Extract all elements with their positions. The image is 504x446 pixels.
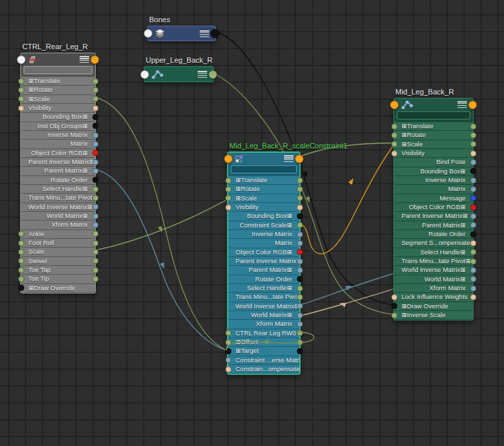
port-in-rotate[interactable] — [225, 186, 231, 192]
node-header-bones[interactable] — [148, 26, 215, 40]
port-out-foot-roll[interactable] — [92, 240, 99, 246]
port-out-toe-tap[interactable] — [92, 267, 99, 273]
port-out-swivel[interactable] — [92, 258, 99, 264]
port-out-world-inverse-matrix[interactable] — [297, 303, 303, 309]
port-out-scale[interactable] — [92, 249, 99, 255]
port-out-inst-obj-groups[interactable] — [92, 123, 99, 129]
attr-row-rotate-order[interactable]: Rotate Order — [228, 275, 300, 283]
node-filter-field[interactable] — [397, 111, 470, 119]
node-header-ctrl[interactable] — [21, 53, 95, 65]
attr-row-inverse-scale[interactable]: ⊞Inverse Scale — [394, 311, 473, 319]
attr-row-world-inverse-matrix[interactable]: World Inverse Matrix⊞ — [394, 266, 473, 274]
port-out-translate[interactable] — [297, 177, 303, 184]
port-in-translate[interactable] — [391, 123, 397, 130]
attr-row-foot-roll[interactable]: Foot Roll — [21, 239, 95, 247]
attr-row-bounding-box[interactable]: Bounding Box⊞ — [394, 167, 473, 175]
port-out-bind-pose[interactable] — [470, 159, 476, 165]
port-in-foot-roll[interactable] — [18, 240, 24, 246]
port-out-rotate-order[interactable] — [297, 276, 303, 282]
attr-row-toe-tap[interactable]: Toe Tap — [21, 266, 95, 274]
port-in-inverse-scale[interactable] — [391, 312, 397, 318]
node-ctrl[interactable]: ⊞Translate⊞Rotate⊞ScaleVisibilityBoundin… — [20, 53, 96, 294]
header-port-right-bones[interactable] — [211, 29, 219, 38]
node-mid_leg[interactable]: ⊞Translate⊞Rotate⊞ScaleVisibilityBind Po… — [393, 98, 474, 320]
port-out-bounding-box[interactable] — [297, 213, 303, 219]
port-out-segment-s-ompensate[interactable] — [470, 240, 476, 246]
port-out-inverse-matrix[interactable] — [470, 177, 476, 184]
attr-row-bind-pose[interactable]: Bind Pose — [394, 158, 473, 166]
port-in-draw-override[interactable] — [18, 285, 24, 291]
port-in-offset[interactable] — [225, 339, 231, 345]
attr-row-constraint-erse-matrix[interactable]: Constraint ...erse Matrix — [228, 356, 300, 364]
port-out-parent-matrix[interactable] — [470, 222, 476, 228]
attr-row-rotate[interactable]: ⊞Rotate — [394, 131, 473, 139]
header-port-right-mid_leg[interactable] — [468, 101, 477, 109]
attr-row-target[interactable]: ⊞Target — [228, 347, 300, 355]
node-header-constraint[interactable] — [228, 152, 300, 165]
port-out-inverse-matrix[interactable] — [92, 132, 99, 138]
port-in-scale[interactable] — [225, 195, 231, 201]
node-menu-icon[interactable] — [200, 30, 209, 37]
attr-row-inverse-matrix[interactable]: Inverse Matrix — [228, 230, 300, 238]
attr-row-inverse-matrix[interactable]: Inverse Matrix — [21, 131, 95, 139]
attr-row-translate[interactable]: ⊞Translate — [228, 176, 300, 184]
node-constraint[interactable]: ⊞Translate⊞Rotate⊞ScaleVisibilityBoundin… — [227, 152, 300, 374]
port-out-parent-inverse-matrix[interactable] — [470, 213, 476, 219]
attr-row-rotate-order[interactable]: Rotate Order — [394, 230, 473, 238]
attr-row-visibility[interactable]: Visibility — [21, 104, 95, 112]
attr-row-visibility[interactable]: Visibility — [228, 203, 300, 211]
port-out-xform-matrix[interactable] — [92, 222, 99, 228]
attr-row-message[interactable]: Message — [394, 194, 473, 202]
port-out-inverse-matrix[interactable] — [297, 231, 303, 238]
header-port-left-constraint[interactable] — [224, 155, 233, 163]
attr-row-visibility[interactable]: Visibility — [394, 149, 473, 157]
port-out-select-handle[interactable] — [470, 249, 476, 255]
port-in-visibility[interactable] — [391, 150, 397, 157]
port-in-swivel[interactable] — [18, 258, 24, 264]
node-menu-icon[interactable] — [198, 71, 207, 78]
attr-row-rotate[interactable]: ⊞Rotate — [228, 185, 300, 193]
attr-row-scale[interactable]: ⊞Scale — [228, 194, 300, 202]
port-in-ankle[interactable] — [18, 231, 24, 237]
port-out-visibility[interactable] — [92, 105, 99, 111]
attr-row-trans-minu-tate-pivot[interactable]: Trans Minu...tate Pivot⊞ — [228, 293, 300, 301]
port-out-parent-matrix[interactable] — [92, 168, 99, 174]
header-port-left-upper_leg[interactable] — [140, 70, 149, 79]
port-out-matrix[interactable] — [470, 186, 476, 192]
attr-row-swivel[interactable]: Swivel — [21, 257, 95, 265]
port-in-lock-influence-weights[interactable] — [391, 294, 397, 300]
port-in-scale[interactable] — [18, 96, 24, 102]
port-out-trans-minu-tate-pivot[interactable] — [92, 195, 99, 201]
attr-row-parent-inverse-matrix[interactable]: Parent Inverse Matrix⊞ — [228, 257, 300, 265]
wire-ctrl-parentmatrix-to-constraint-target[interactable] — [95, 169, 227, 350]
attr-row-parent-matrix[interactable]: Parent Matrix⊞ — [21, 167, 95, 175]
port-out-scale[interactable] — [297, 195, 303, 201]
attr-row-rotate-order[interactable]: Rotate Order — [21, 176, 95, 184]
attr-row-inst-obj-groups[interactable]: Inst Obj Groups⊞ — [21, 122, 95, 130]
port-out-bounding-box[interactable] — [470, 168, 476, 174]
port-out-matrix[interactable] — [297, 240, 303, 246]
port-out-select-handle[interactable] — [92, 186, 99, 192]
port-out-scale[interactable] — [470, 141, 476, 147]
attr-row-rotate[interactable]: ⊞Rotate — [21, 86, 95, 94]
node-menu-icon[interactable] — [80, 56, 89, 63]
port-out-world-matrix[interactable] — [470, 276, 476, 282]
attr-row-xform-matrix[interactable]: Xform Matrix — [228, 320, 300, 328]
port-in-toe-tip[interactable] — [18, 276, 24, 282]
header-port-left-mid_leg[interactable] — [390, 101, 399, 109]
node-header-upper_leg[interactable] — [144, 67, 213, 82]
header-port-right-constraint[interactable] — [295, 155, 304, 163]
node-header-mid_leg[interactable] — [394, 99, 473, 111]
node-filter-field[interactable] — [24, 66, 92, 74]
attr-row-draw-override[interactable]: ⊞Draw Override — [21, 284, 95, 292]
attr-row-ctrl-rear-leg-rw0[interactable]: CTRL Rear Leg RW0 — [228, 329, 300, 337]
port-out-world-inverse-matrix[interactable] — [470, 267, 476, 273]
attr-row-translate[interactable]: ⊞Translate — [21, 77, 95, 85]
port-out-trans-minu-tate-pivot[interactable] — [470, 258, 476, 264]
attr-row-matrix[interactable]: Matrix — [21, 140, 95, 148]
port-out-translate[interactable] — [470, 123, 476, 130]
attr-row-world-inverse-matrix[interactable]: World Inverse Matrix⊞ — [21, 203, 95, 211]
port-out-object-color-rgb[interactable] — [92, 150, 99, 156]
port-in-draw-override[interactable] — [391, 303, 397, 309]
attr-row-world-inverse-matrix[interactable]: World Inverse Matrix⊞ — [228, 302, 300, 310]
